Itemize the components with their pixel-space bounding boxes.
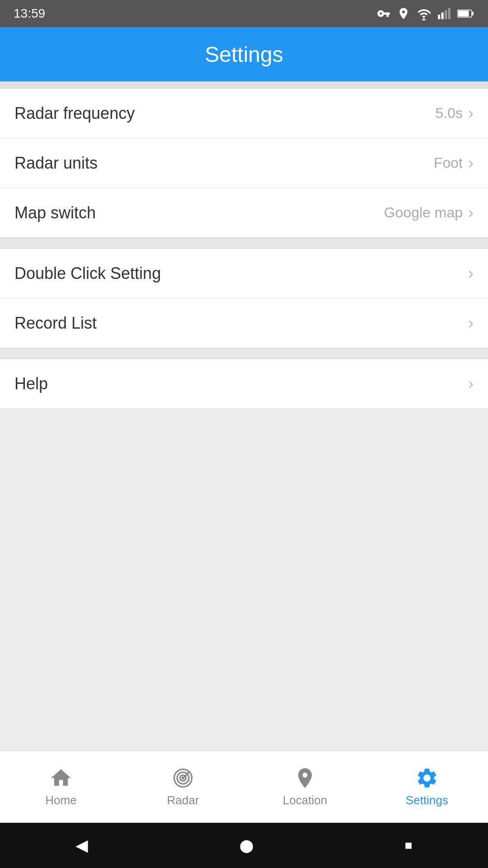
status-bar: 13:59	[0, 0, 488, 27]
help-label: Help	[14, 374, 48, 393]
chevron-right-icon: ›	[468, 264, 474, 283]
home-icon	[49, 766, 73, 790]
location-nav-icon	[293, 766, 317, 790]
battery-icon	[457, 8, 474, 19]
settings-group-2: Double Click Setting › Record List ›	[0, 249, 488, 348]
settings-item-help[interactable]: Help ›	[0, 359, 488, 409]
app-bar-title: Settings	[205, 42, 283, 67]
group-divider-1	[0, 238, 488, 249]
nav-item-location[interactable]: Location	[244, 751, 366, 823]
bottom-nav: Home Radar Location Settings	[0, 750, 488, 823]
record-list-right: ›	[468, 314, 474, 333]
settings-group-3: Help ›	[0, 359, 488, 409]
recents-button[interactable]: ■	[405, 838, 413, 853]
chevron-right-icon: ›	[468, 374, 474, 393]
chevron-right-icon: ›	[468, 203, 474, 222]
svg-rect-3	[445, 10, 447, 19]
settings-nav-icon	[415, 766, 439, 790]
home-button[interactable]: ⬤	[239, 838, 253, 853]
main-content: Radar frequency 5.0s › Radar units Foot …	[0, 81, 488, 750]
radar-units-label: Radar units	[14, 154, 98, 173]
double-click-right: ›	[468, 264, 474, 283]
nav-home-label: Home	[45, 793, 76, 807]
status-time: 13:59	[14, 6, 45, 21]
svg-rect-7	[458, 11, 469, 17]
wifi-icon	[417, 7, 431, 20]
radar-frequency-value: 5.0s	[436, 105, 463, 122]
signal-icon	[437, 7, 451, 20]
nav-item-settings[interactable]: Settings	[366, 751, 488, 823]
radar-frequency-right: 5.0s ›	[436, 104, 474, 123]
map-switch-value: Google map	[384, 204, 463, 221]
nav-settings-label: Settings	[406, 793, 448, 807]
radar-frequency-label: Radar frequency	[14, 104, 135, 123]
nav-location-label: Location	[283, 793, 327, 807]
location-status-icon	[397, 7, 410, 20]
radar-icon	[171, 766, 195, 790]
svg-rect-1	[438, 15, 440, 19]
svg-rect-2	[441, 13, 444, 19]
radar-units-right: Foot ›	[434, 154, 474, 173]
nav-item-radar[interactable]: Radar	[122, 751, 244, 823]
svg-rect-4	[448, 8, 450, 19]
back-button[interactable]: ◀	[75, 836, 88, 855]
nav-radar-label: Radar	[167, 793, 199, 807]
group-divider-2	[0, 348, 488, 359]
top-divider	[0, 81, 488, 89]
app-bar: Settings	[0, 27, 488, 81]
double-click-label: Double Click Setting	[14, 264, 161, 283]
empty-space	[0, 409, 488, 750]
nav-item-home[interactable]: Home	[0, 751, 122, 823]
settings-item-radar-frequency[interactable]: Radar frequency 5.0s ›	[0, 89, 488, 138]
chevron-right-icon: ›	[468, 314, 474, 333]
settings-item-double-click[interactable]: Double Click Setting ›	[0, 249, 488, 298]
settings-item-radar-units[interactable]: Radar units Foot ›	[0, 138, 488, 188]
system-nav-bar: ◀ ⬤ ■	[0, 823, 488, 868]
chevron-right-icon: ›	[468, 154, 474, 173]
record-list-label: Record List	[14, 314, 97, 333]
key-icon	[377, 7, 390, 20]
help-right: ›	[468, 374, 474, 393]
radar-units-value: Foot	[434, 155, 463, 171]
settings-group-1: Radar frequency 5.0s › Radar units Foot …	[0, 89, 488, 238]
settings-item-map-switch[interactable]: Map switch Google map ›	[0, 188, 488, 238]
chevron-right-icon: ›	[468, 104, 474, 123]
map-switch-right: Google map ›	[384, 203, 474, 222]
map-switch-label: Map switch	[14, 203, 96, 222]
settings-item-record-list[interactable]: Record List ›	[0, 298, 488, 348]
svg-rect-6	[472, 12, 474, 15]
status-icons	[377, 7, 474, 20]
